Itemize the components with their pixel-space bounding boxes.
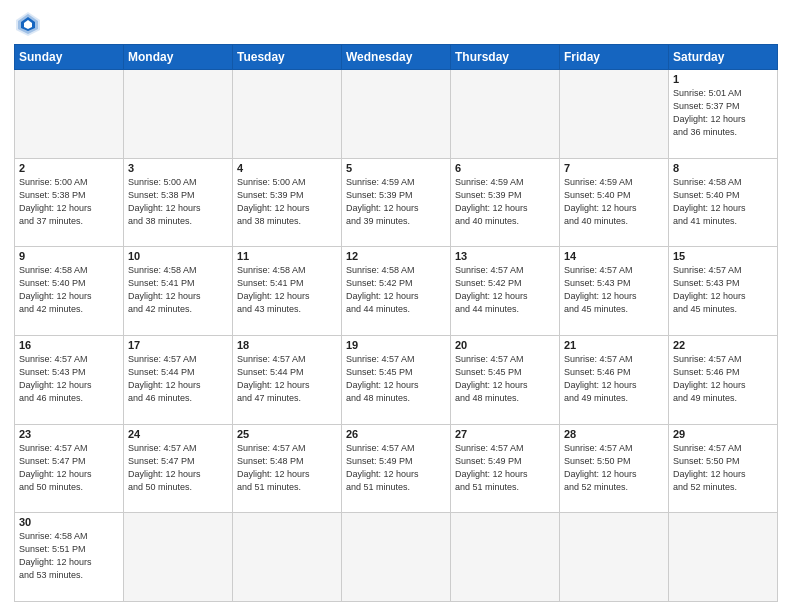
day-info: Sunrise: 4:59 AM Sunset: 5:39 PM Dayligh… xyxy=(455,176,555,228)
calendar-cell: 19Sunrise: 4:57 AM Sunset: 5:45 PM Dayli… xyxy=(342,335,451,424)
day-number: 30 xyxy=(19,516,119,528)
calendar-cell: 14Sunrise: 4:57 AM Sunset: 5:43 PM Dayli… xyxy=(560,247,669,336)
day-number: 28 xyxy=(564,428,664,440)
week-row-4: 23Sunrise: 4:57 AM Sunset: 5:47 PM Dayli… xyxy=(15,424,778,513)
day-number: 9 xyxy=(19,250,119,262)
calendar-cell: 8Sunrise: 4:58 AM Sunset: 5:40 PM Daylig… xyxy=(669,158,778,247)
day-info: Sunrise: 4:57 AM Sunset: 5:44 PM Dayligh… xyxy=(237,353,337,405)
day-number: 5 xyxy=(346,162,446,174)
day-number: 25 xyxy=(237,428,337,440)
week-row-1: 2Sunrise: 5:00 AM Sunset: 5:38 PM Daylig… xyxy=(15,158,778,247)
day-info: Sunrise: 4:58 AM Sunset: 5:40 PM Dayligh… xyxy=(19,264,119,316)
day-number: 17 xyxy=(128,339,228,351)
weekday-header-monday: Monday xyxy=(124,45,233,70)
day-info: Sunrise: 4:57 AM Sunset: 5:45 PM Dayligh… xyxy=(346,353,446,405)
week-row-5: 30Sunrise: 4:58 AM Sunset: 5:51 PM Dayli… xyxy=(15,513,778,602)
calendar: SundayMondayTuesdayWednesdayThursdayFrid… xyxy=(14,44,778,602)
calendar-cell: 13Sunrise: 4:57 AM Sunset: 5:42 PM Dayli… xyxy=(451,247,560,336)
day-info: Sunrise: 4:59 AM Sunset: 5:40 PM Dayligh… xyxy=(564,176,664,228)
day-number: 14 xyxy=(564,250,664,262)
weekday-header-friday: Friday xyxy=(560,45,669,70)
day-info: Sunrise: 4:57 AM Sunset: 5:42 PM Dayligh… xyxy=(455,264,555,316)
calendar-cell: 7Sunrise: 4:59 AM Sunset: 5:40 PM Daylig… xyxy=(560,158,669,247)
week-row-2: 9Sunrise: 4:58 AM Sunset: 5:40 PM Daylig… xyxy=(15,247,778,336)
calendar-cell xyxy=(233,70,342,159)
day-info: Sunrise: 4:58 AM Sunset: 5:40 PM Dayligh… xyxy=(673,176,773,228)
day-info: Sunrise: 4:57 AM Sunset: 5:43 PM Dayligh… xyxy=(564,264,664,316)
day-info: Sunrise: 4:58 AM Sunset: 5:41 PM Dayligh… xyxy=(237,264,337,316)
calendar-cell: 10Sunrise: 4:58 AM Sunset: 5:41 PM Dayli… xyxy=(124,247,233,336)
day-number: 20 xyxy=(455,339,555,351)
day-number: 12 xyxy=(346,250,446,262)
day-info: Sunrise: 5:00 AM Sunset: 5:38 PM Dayligh… xyxy=(19,176,119,228)
day-number: 13 xyxy=(455,250,555,262)
weekday-header-sunday: Sunday xyxy=(15,45,124,70)
calendar-cell: 26Sunrise: 4:57 AM Sunset: 5:49 PM Dayli… xyxy=(342,424,451,513)
logo-icon xyxy=(14,10,42,38)
day-number: 15 xyxy=(673,250,773,262)
week-row-0: 1Sunrise: 5:01 AM Sunset: 5:37 PM Daylig… xyxy=(15,70,778,159)
day-number: 29 xyxy=(673,428,773,440)
calendar-cell: 23Sunrise: 4:57 AM Sunset: 5:47 PM Dayli… xyxy=(15,424,124,513)
calendar-cell: 1Sunrise: 5:01 AM Sunset: 5:37 PM Daylig… xyxy=(669,70,778,159)
day-number: 8 xyxy=(673,162,773,174)
day-number: 4 xyxy=(237,162,337,174)
day-number: 23 xyxy=(19,428,119,440)
day-number: 24 xyxy=(128,428,228,440)
calendar-cell xyxy=(342,513,451,602)
day-info: Sunrise: 4:57 AM Sunset: 5:48 PM Dayligh… xyxy=(237,442,337,494)
day-info: Sunrise: 4:57 AM Sunset: 5:46 PM Dayligh… xyxy=(673,353,773,405)
calendar-cell: 6Sunrise: 4:59 AM Sunset: 5:39 PM Daylig… xyxy=(451,158,560,247)
day-number: 27 xyxy=(455,428,555,440)
calendar-cell xyxy=(233,513,342,602)
day-number: 10 xyxy=(128,250,228,262)
calendar-cell: 9Sunrise: 4:58 AM Sunset: 5:40 PM Daylig… xyxy=(15,247,124,336)
day-info: Sunrise: 4:57 AM Sunset: 5:45 PM Dayligh… xyxy=(455,353,555,405)
day-info: Sunrise: 4:57 AM Sunset: 5:43 PM Dayligh… xyxy=(19,353,119,405)
calendar-cell: 16Sunrise: 4:57 AM Sunset: 5:43 PM Dayli… xyxy=(15,335,124,424)
day-number: 11 xyxy=(237,250,337,262)
calendar-cell: 22Sunrise: 4:57 AM Sunset: 5:46 PM Dayli… xyxy=(669,335,778,424)
header xyxy=(14,10,778,38)
weekday-header-row: SundayMondayTuesdayWednesdayThursdayFrid… xyxy=(15,45,778,70)
calendar-cell xyxy=(451,70,560,159)
calendar-cell: 24Sunrise: 4:57 AM Sunset: 5:47 PM Dayli… xyxy=(124,424,233,513)
weekday-header-wednesday: Wednesday xyxy=(342,45,451,70)
calendar-cell: 12Sunrise: 4:58 AM Sunset: 5:42 PM Dayli… xyxy=(342,247,451,336)
day-info: Sunrise: 4:57 AM Sunset: 5:49 PM Dayligh… xyxy=(346,442,446,494)
calendar-cell: 21Sunrise: 4:57 AM Sunset: 5:46 PM Dayli… xyxy=(560,335,669,424)
calendar-cell: 28Sunrise: 4:57 AM Sunset: 5:50 PM Dayli… xyxy=(560,424,669,513)
calendar-cell xyxy=(124,513,233,602)
calendar-cell xyxy=(124,70,233,159)
day-info: Sunrise: 5:01 AM Sunset: 5:37 PM Dayligh… xyxy=(673,87,773,139)
day-number: 2 xyxy=(19,162,119,174)
day-info: Sunrise: 4:57 AM Sunset: 5:50 PM Dayligh… xyxy=(564,442,664,494)
calendar-cell: 20Sunrise: 4:57 AM Sunset: 5:45 PM Dayli… xyxy=(451,335,560,424)
calendar-cell xyxy=(560,70,669,159)
day-number: 16 xyxy=(19,339,119,351)
day-number: 21 xyxy=(564,339,664,351)
calendar-cell: 15Sunrise: 4:57 AM Sunset: 5:43 PM Dayli… xyxy=(669,247,778,336)
day-info: Sunrise: 4:57 AM Sunset: 5:43 PM Dayligh… xyxy=(673,264,773,316)
calendar-cell: 2Sunrise: 5:00 AM Sunset: 5:38 PM Daylig… xyxy=(15,158,124,247)
calendar-cell: 18Sunrise: 4:57 AM Sunset: 5:44 PM Dayli… xyxy=(233,335,342,424)
day-info: Sunrise: 4:57 AM Sunset: 5:49 PM Dayligh… xyxy=(455,442,555,494)
day-number: 1 xyxy=(673,73,773,85)
day-info: Sunrise: 4:57 AM Sunset: 5:47 PM Dayligh… xyxy=(128,442,228,494)
day-info: Sunrise: 4:57 AM Sunset: 5:50 PM Dayligh… xyxy=(673,442,773,494)
logo xyxy=(14,10,46,38)
day-info: Sunrise: 4:59 AM Sunset: 5:39 PM Dayligh… xyxy=(346,176,446,228)
day-number: 6 xyxy=(455,162,555,174)
day-info: Sunrise: 4:58 AM Sunset: 5:41 PM Dayligh… xyxy=(128,264,228,316)
weekday-header-thursday: Thursday xyxy=(451,45,560,70)
day-number: 18 xyxy=(237,339,337,351)
day-info: Sunrise: 4:58 AM Sunset: 5:51 PM Dayligh… xyxy=(19,530,119,582)
day-info: Sunrise: 4:58 AM Sunset: 5:42 PM Dayligh… xyxy=(346,264,446,316)
day-number: 7 xyxy=(564,162,664,174)
day-info: Sunrise: 4:57 AM Sunset: 5:44 PM Dayligh… xyxy=(128,353,228,405)
day-number: 19 xyxy=(346,339,446,351)
calendar-cell: 27Sunrise: 4:57 AM Sunset: 5:49 PM Dayli… xyxy=(451,424,560,513)
calendar-cell xyxy=(342,70,451,159)
weekday-header-tuesday: Tuesday xyxy=(233,45,342,70)
calendar-cell xyxy=(451,513,560,602)
